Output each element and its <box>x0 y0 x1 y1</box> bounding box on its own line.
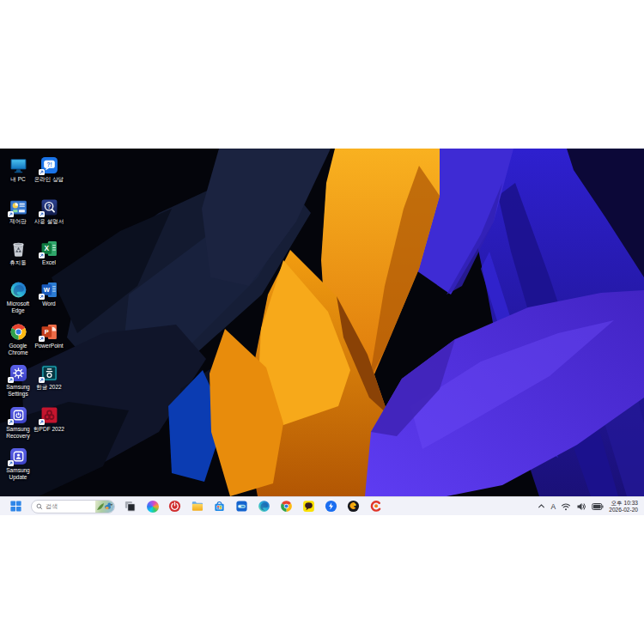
dark-orange-app-button[interactable] <box>343 498 363 514</box>
shortcut-arrow-icon <box>8 377 14 383</box>
file-explorer-icon <box>191 500 204 513</box>
samsung-settings-icon <box>9 364 27 382</box>
bird-image-icon <box>95 500 114 513</box>
blue-bolt-app-icon <box>325 500 337 513</box>
wifi-button[interactable] <box>561 501 571 512</box>
shortcut-arrow-icon <box>39 377 45 383</box>
desktop-screen: 내 PC ?! 온라인 상담 제어판 ? 사용 설명서 <box>0 149 644 515</box>
shortcut-arrow-icon <box>39 336 45 342</box>
shortcut-arrow-icon <box>39 294 45 300</box>
letterbox-bottom <box>0 515 644 644</box>
shortcut-arrow-icon <box>39 252 45 258</box>
svg-text:X: X <box>44 244 49 252</box>
shortcut-arrow-icon <box>39 211 45 217</box>
desktop-icon-hangul-2022[interactable]: 한글 2022 <box>31 364 67 391</box>
dark-orange-app-icon <box>347 500 360 513</box>
red-c-app-button[interactable] <box>366 498 386 514</box>
samsung-update-icon <box>9 447 27 465</box>
desktop-icon-label: 온라인 상담 <box>31 176 67 183</box>
desktop-icon-label: 한글 2022 <box>31 384 67 391</box>
microsoft-store-icon <box>213 500 226 513</box>
taskbar: A 오후 10:33 2026-02-2 <box>0 496 644 515</box>
taskbar-samsung-recovery-button[interactable] <box>165 498 185 514</box>
samsung-recovery-power-icon <box>168 500 181 513</box>
svg-text:P: P <box>44 328 48 336</box>
my-pc-icon <box>9 156 27 174</box>
desktop-icon-word[interactable]: W Word <box>31 281 67 307</box>
taskbar-edge-button[interactable] <box>254 498 274 514</box>
taskbar-search[interactable] <box>31 500 115 513</box>
desktop-icon-samsung-update[interactable]: Samsung Update <box>0 447 36 481</box>
svg-text:?!: ?! <box>46 161 52 167</box>
google-chrome-icon <box>9 323 27 341</box>
volume-button[interactable] <box>576 501 586 512</box>
kakaotalk-button[interactable] <box>299 498 319 514</box>
google-chrome-icon <box>280 500 293 513</box>
file-explorer-button[interactable] <box>187 498 207 514</box>
desktop-icon-label: 한PDF 2022 <box>31 426 67 433</box>
system-tray: A 오후 10:33 2026-02-2 <box>537 500 638 513</box>
tray-date: 2026-02-20 <box>609 507 638 513</box>
wallpaper <box>0 149 644 496</box>
shortcut-arrow-icon <box>8 460 14 466</box>
copilot-button[interactable] <box>143 498 162 514</box>
taskbar-left <box>6 498 386 514</box>
shortcut-arrow-icon <box>39 169 45 175</box>
hanpdf-2022-icon <box>40 406 58 424</box>
powerpoint-icon: P <box>40 323 58 341</box>
desktop-icon-user-manual[interactable]: ? 사용 설명서 <box>31 198 67 225</box>
search-daily-image[interactable] <box>95 500 114 513</box>
desktop-icon-label: 사용 설명서 <box>31 218 67 225</box>
desktop-icon-label: PowerPoint <box>31 343 67 349</box>
wifi-icon <box>561 501 571 512</box>
search-icon <box>36 503 43 510</box>
copilot-icon <box>147 501 159 513</box>
battery-icon <box>592 502 604 511</box>
samsung-recovery-icon <box>9 406 27 424</box>
desktop-icon-excel[interactable]: X Excel <box>31 240 67 266</box>
control-panel-icon <box>9 198 27 216</box>
desktop-icon-label: Excel <box>31 259 67 266</box>
desktop-icon-powerpoint[interactable]: P PowerPoint <box>31 323 67 349</box>
microsoft-store-button[interactable] <box>210 498 229 514</box>
desktop-icon-hanpdf-2022[interactable]: 한PDF 2022 <box>31 406 67 433</box>
blue-bolt-app-button[interactable] <box>321 498 341 514</box>
shortcut-arrow-icon <box>39 419 45 425</box>
clock[interactable]: 오후 10:33 2026-02-20 <box>609 500 638 513</box>
battery-button[interactable] <box>592 502 604 511</box>
shortcut-arrow-icon <box>8 419 14 425</box>
tray-time: 오후 10:33 <box>611 500 638 507</box>
word-icon: W <box>40 281 58 299</box>
desktop-icon-label: Word <box>31 301 67 307</box>
user-manual-icon: ? <box>40 198 58 216</box>
windows-logo-icon <box>9 500 22 513</box>
task-view-button[interactable] <box>120 498 140 514</box>
recycle-bin-icon <box>9 240 27 258</box>
microsoft-edge-icon <box>9 281 27 299</box>
microsoft-edge-icon <box>258 500 270 513</box>
taskbar-chrome-button[interactable] <box>276 498 296 514</box>
kakaotalk-icon <box>302 500 315 513</box>
ime-indicator[interactable]: A <box>551 502 556 511</box>
red-c-app-icon <box>369 500 382 513</box>
hangul-2022-icon <box>40 364 58 382</box>
svg-text:?: ? <box>47 204 51 210</box>
task-view-icon <box>124 500 137 513</box>
chevron-up-icon <box>537 501 546 511</box>
online-support-icon: ?! <box>40 156 58 174</box>
start-button[interactable] <box>6 498 26 514</box>
samsung-app-icon <box>235 500 248 513</box>
hidden-icons-button[interactable] <box>537 501 546 511</box>
desktop-icon-online-support[interactable]: ?! 온라인 상담 <box>31 156 67 183</box>
excel-icon: X <box>40 240 58 258</box>
shortcut-arrow-icon <box>8 211 14 217</box>
search-input[interactable] <box>46 503 93 509</box>
samsung-app-button[interactable] <box>232 498 252 514</box>
desktop-icon-label: Samsung Update <box>0 467 36 481</box>
speaker-icon <box>576 501 586 512</box>
letterbox-top <box>0 0 644 149</box>
